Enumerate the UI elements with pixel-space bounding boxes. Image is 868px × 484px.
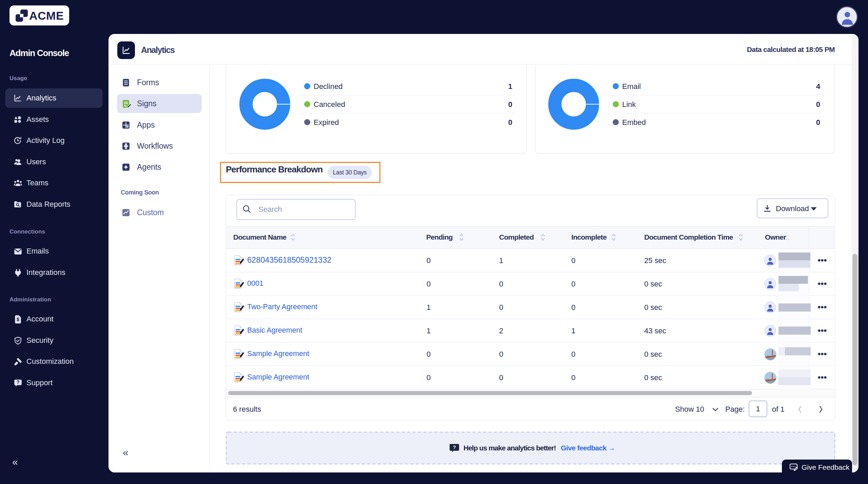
svg-text:$: $ [17,317,19,322]
svg-text:?: ? [17,379,20,385]
svg-text:?: ? [453,444,456,450]
